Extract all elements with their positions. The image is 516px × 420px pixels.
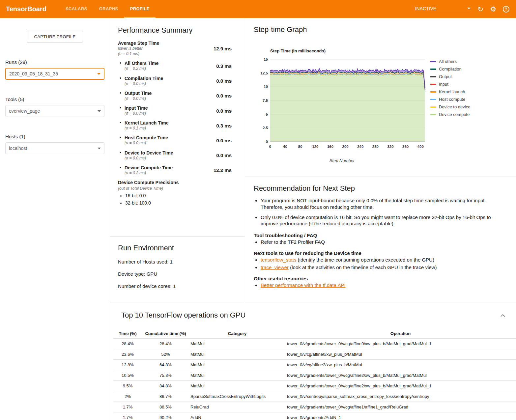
table-row: 2%86.7%SparseSoftmaxCrossEntropyWithLogi…: [114, 391, 516, 402]
legend-label: Device compute: [439, 112, 470, 117]
table-cell: 90.2%: [142, 412, 189, 420]
metric-row: Output Time(σ = 0.0 ms)0.0 ms: [118, 91, 237, 101]
hosts-label: Hosts (1): [5, 134, 110, 139]
recommendation-title: Recommendation for Next Step: [254, 184, 507, 193]
legend-item: All others: [430, 59, 470, 64]
nav-tabs: SCALARSGRAPHSPROFILE: [60, 0, 156, 18]
hosts-dropdown-value: localhost: [9, 146, 27, 151]
gear-icon[interactable]: ⚙: [490, 6, 496, 13]
recommendation-item: Refer to the TF2 Profiler FAQ: [261, 239, 507, 245]
runs-label: Runs (29): [5, 59, 110, 65]
metric-label: Compilation Time: [125, 76, 163, 81]
metric-row: Device to Device Time(σ = 0.0 ms)0.0 ms: [118, 150, 237, 161]
table-row: 10.5%75.3%MatMultower_0/v/gradients/towe…: [114, 370, 516, 381]
operation-cell: tower_0/v/gradients/tower_0/v/cg/affine2…: [285, 381, 516, 391]
app-title: TensorBoard: [0, 0, 60, 18]
metric-row: Kernel Launch Time(σ = 0.1 ms)0.3 ms: [118, 120, 237, 131]
operation-cell: tower_0/v/cg/affine2/xw_plus_b/MatMul: [285, 360, 516, 370]
tab-scalars[interactable]: SCALARS: [60, 0, 93, 18]
table-cell: 28.4%: [142, 339, 189, 349]
hosts-dropdown[interactable]: localhost: [5, 142, 104, 154]
svg-text:320: 320: [387, 145, 393, 149]
recommendation-subsections: Tool troubleshooting / FAQRefer to the T…: [254, 233, 507, 288]
status-dropdown-value: INACTIVE: [415, 6, 437, 11]
tab-profile[interactable]: PROFILE: [124, 0, 156, 18]
legend-item: Device to device: [430, 104, 470, 109]
table-cell: ReluGrad: [189, 402, 285, 412]
tab-graphs[interactable]: GRAPHS: [93, 0, 124, 18]
legend-label: Device to device: [439, 104, 470, 109]
metric-sigma: (σ = 0.0 ms): [125, 111, 148, 116]
help-icon[interactable]: ?: [503, 6, 509, 13]
chart-x-axis-label: Step Number: [256, 158, 428, 163]
run-environment-lines: Number of Hosts used: 1Device type: GPUN…: [118, 259, 237, 289]
status-dropdown[interactable]: INACTIVE: [415, 5, 471, 13]
table-cell: 2%: [114, 391, 142, 402]
metric-value: 12.2 ms: [214, 167, 232, 173]
metric-sigma: (σ = 0.0 ms): [125, 155, 173, 161]
operation-cell: tower_0/v/gradients/tower_0/v/cg/affine2…: [285, 370, 516, 381]
metric-label: Kernel Launch Time: [125, 120, 169, 126]
table-cell: 9.5%: [114, 381, 142, 391]
table-cell: MatMul: [189, 339, 285, 349]
svg-text:5: 5: [266, 112, 268, 116]
table-cell: 12.8%: [114, 360, 142, 370]
device-compute-precisions: Device Compute Precisions (out of Total …: [118, 180, 237, 206]
legend-swatch: [430, 61, 436, 62]
recommendation-heading: Next tools to use for reducing the Devic…: [254, 250, 507, 256]
recommendation-section: Recommendation for Next Step Your progra…: [245, 177, 516, 297]
table-row: 23.6%52%MatMultower_0/v/cg/affine0/xw_pl…: [114, 349, 516, 360]
metric-value: 0.0 ms: [216, 78, 232, 84]
precisions-list: 16-bit: 0.032-bit: 100.0: [118, 193, 237, 206]
chart-title: Step Time (in milliseconds): [270, 48, 428, 53]
legend-swatch: [430, 106, 436, 108]
operation-cell: tower_0/v/gradients/AddN_1: [285, 412, 516, 420]
table-cell: 75.3%: [142, 370, 189, 381]
run-environment-section: Run Environment Number of Hosts used: 1D…: [110, 237, 245, 303]
table-cell: 10.5%: [114, 370, 142, 381]
capture-profile-button[interactable]: CAPTURE PROFILE: [27, 31, 83, 42]
top-ops-section: Top 10 TensorFlow operations on GPU Time…: [110, 303, 516, 420]
performance-summary-title: Performance Summary: [118, 26, 237, 35]
precisions-note: (out of Total Device Time): [118, 186, 237, 191]
recommendation-heading: Other useful resources: [254, 276, 507, 281]
recommendation-item: tensorflow_stats (identify the time-cons…: [261, 257, 507, 263]
operation-cell: tower_0/v/gradients/tower_0/v/cg/affine0…: [285, 339, 516, 349]
tools-label: Tools (5): [5, 97, 110, 102]
link-better-performance-with-the-tf-data-api[interactable]: Better performance with the tf.data API: [261, 282, 346, 288]
legend-item: Output: [430, 74, 470, 79]
metric-row: Host Compute Time(σ = 0.0 ms)0.0 ms: [118, 135, 237, 146]
link-tensorflow-stats[interactable]: tensorflow_stats: [261, 257, 296, 263]
table-row: 12.8%64.8%MatMultower_0/v/cg/affine2/xw_…: [114, 360, 516, 370]
table-cell: 84.8%: [142, 381, 189, 391]
runs-dropdown[interactable]: 2020_03_05_18_31_35: [5, 68, 104, 80]
metric-label: Host Compute Time: [125, 135, 168, 140]
legend-item: Device compute: [430, 112, 470, 117]
column-header: Operation: [285, 329, 516, 339]
metric-label: Device Compute Time: [125, 165, 173, 170]
table-cell: AddN: [189, 412, 285, 420]
header-actions: INACTIVE ↻ ⚙ ?: [415, 0, 516, 18]
environment-line: Number of Hosts used: 1: [118, 259, 237, 265]
svg-text:240: 240: [357, 145, 363, 149]
metric-value: 12.9 ms: [214, 46, 232, 51]
column-header: Cumulative time (%): [142, 329, 189, 339]
sidebar: CAPTURE PROFILE Runs (29) 2020_03_05_18_…: [0, 18, 110, 420]
metric-note: lower is better: [118, 46, 159, 51]
table-cell: SparseSoftmaxCrossEntropyWithLogits: [189, 391, 285, 402]
metric-value: 0.0 ms: [216, 153, 232, 158]
metric-row: Average Step Timelower is better(σ = 0.1…: [118, 41, 237, 56]
tools-dropdown[interactable]: overview_page: [5, 105, 104, 117]
runs-dropdown-value: 2020_03_05_18_31_35: [9, 71, 58, 76]
svg-text:160: 160: [327, 145, 333, 149]
precisions-title: Device Compute Precisions: [118, 180, 237, 185]
run-environment-title: Run Environment: [118, 244, 237, 252]
metric-value: 0.3 ms: [216, 63, 232, 69]
refresh-icon[interactable]: ↻: [478, 6, 484, 13]
tools-dropdown-value: overview_page: [9, 108, 40, 114]
legend-label: Compilation: [439, 67, 462, 71]
collapse-chevron-up-icon[interactable]: [499, 313, 507, 318]
svg-text:400: 400: [417, 145, 424, 149]
summary-column: Performance Summary Average Step Timelow…: [110, 18, 245, 303]
link-trace-viewer[interactable]: trace_viewer: [261, 265, 289, 270]
